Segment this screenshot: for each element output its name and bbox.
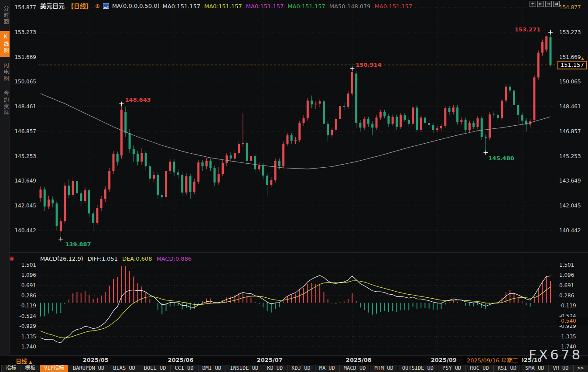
toolbar-button-ma_ud[interactable]: MA_UD	[315, 365, 339, 372]
toolbar-button-[interactable]: 指标	[1, 365, 21, 372]
month-label: 2025/05	[83, 357, 109, 363]
price-axis-label: 151.669	[10, 54, 38, 60]
price-axis-label: 142.045	[10, 203, 38, 209]
price-axis-label: 1.096	[559, 272, 587, 278]
price-axis-label: 0.286	[10, 293, 38, 299]
ma-value-label: MA0:151.157	[287, 3, 325, 10]
toolbar-button-kdj_ud[interactable]: KDJ_UD	[287, 365, 315, 372]
toolbar-button-barupdn_ud[interactable]: BARUPDN_UD	[68, 365, 109, 372]
chart-window: 分时图K线图闪电图合约资料 美元日元 【日线】 ⊕ MA(0,0,0,0,50,…	[0, 0, 588, 372]
ma-value-label: MA0:151.157	[163, 3, 201, 10]
toolbar-button-inside_ud[interactable]: INSIDE_UD	[226, 365, 263, 372]
time-axis: 日线 ▲ 2025/052025/062025/072025/082025/09…	[0, 356, 588, 365]
period-text: 日线	[16, 358, 27, 365]
scale-left-icon[interactable]: ⇤	[537, 1, 544, 7]
price-axis-label: 150.065	[559, 79, 587, 85]
toolbar-button-mtm_ud[interactable]: MTM_UD	[370, 365, 397, 372]
toolbar-button-bias_ud[interactable]: BIAS_UD	[109, 365, 140, 372]
price-axis-label: 142.045	[559, 203, 587, 209]
scale-right-icon[interactable]: ⇥	[545, 1, 552, 7]
price-axis-label: 148.461	[559, 103, 587, 110]
price-axis-label: 143.649	[559, 178, 587, 184]
toolbar-button-vr_ud[interactable]: VR_UD	[548, 365, 573, 372]
price-axis-label: 146.857	[559, 128, 587, 134]
indicator-toolbar: 指标模板VIP指标BARUPDN_UDBIAS_UDBOLL_UDCCI_UDD…	[0, 365, 588, 372]
ma-value-label: MA0:151.157	[246, 3, 284, 10]
price-up-arrow-icon: ▲	[581, 56, 584, 61]
price-annotation: 145.480	[489, 155, 514, 162]
pan-right-icon[interactable]: ⇉	[553, 1, 560, 7]
price-axis-label: 140.442	[559, 227, 587, 234]
macd-crosshair-badge: -0.540	[557, 317, 588, 325]
price-axis-label: 0.691	[10, 282, 38, 289]
chevron-up-icon: ▲	[29, 360, 32, 364]
add-compare-icon[interactable]: ⊕	[95, 3, 100, 9]
price-axis-label: 146.857	[10, 128, 38, 134]
price-axis-label: -0.119	[559, 303, 587, 309]
current-price-badge: 151.157	[557, 61, 587, 69]
toolbar-button-macd_ud[interactable]: MACD_UD	[339, 365, 370, 372]
price-axis-label: 153.273	[10, 29, 38, 35]
price-axis-label: 153.273	[559, 29, 587, 35]
price-axis-label: 140.442	[10, 227, 38, 234]
price-axis-label: 150.065	[10, 79, 38, 85]
toolbar-button-outside_ud[interactable]: OUTSIDE_UD	[398, 365, 438, 372]
price-annotation: 153.271	[515, 26, 540, 33]
price-axis-label: -1.335	[559, 334, 587, 340]
candlestick-chart[interactable]	[0, 0, 588, 372]
ma-value-label: MA0:151.157	[375, 3, 413, 10]
toolbar-button-rsi_ud[interactable]: RSI_UD	[493, 365, 521, 372]
ma-value-label: MA50:148.079	[329, 3, 371, 10]
macd-diff-value: DIFF:1.051	[88, 255, 118, 262]
sidebar-item[interactable]: 分时图	[0, 3, 10, 28]
toolbar-button-dmi_ud[interactable]: DMI_UD	[198, 365, 226, 372]
left-sidebar: 分时图K线图闪电图合约资料	[0, 0, 10, 356]
sidebar-item[interactable]: 合约资料	[0, 88, 10, 119]
price-axis-label: -1.335	[10, 334, 38, 340]
price-axis-label: 0.286	[559, 293, 587, 299]
price-axis-label: 154.877	[10, 4, 38, 10]
toolbar-button-cci_ud[interactable]: CCI_UD	[170, 365, 198, 372]
macd-dea-value: DEA:0.608	[122, 255, 152, 262]
indicator-chart-icon[interactable]	[103, 3, 109, 9]
toolbar-button-vip[interactable]: VIP指标	[40, 365, 68, 372]
price-axis-label: 0.691	[559, 282, 587, 289]
sidebar-item[interactable]: K线图	[0, 31, 10, 57]
period-selector[interactable]: 日线 ▲	[16, 357, 32, 365]
price-axis-label: 1.501	[10, 262, 38, 268]
symbol-title: 美元日元	[40, 1, 65, 10]
ma-values: MA0:151.157MA0:151.157MA0:151.157MA0:151…	[163, 2, 416, 10]
price-axis-label: 154.877	[559, 4, 587, 10]
price-axis-label: 143.649	[10, 178, 38, 184]
toolbar-button-kd_ud[interactable]: KD_UD	[263, 365, 287, 372]
price-annotation: 139.887	[65, 241, 91, 248]
chart-header: 美元日元 【日线】 ⊕ MA(0,0,0,0,50,0) MA0:151.157…	[40, 1, 416, 10]
macd-formula[interactable]: MACD(26,12,9)	[40, 255, 83, 262]
ma-settings-label[interactable]: MA(0,0,0,0,50,0)	[112, 3, 160, 9]
price-annotation: 148.643	[125, 96, 151, 103]
toolbar-button-psy_ud[interactable]: PSY_UD	[438, 365, 465, 372]
crosshair-icon[interactable]: +	[530, 1, 536, 7]
toolbar-button-[interactable]: 模板	[21, 365, 40, 372]
macd-settings-icon[interactable]: ◉	[9, 255, 14, 262]
price-annotation: 150.914	[356, 62, 381, 68]
price-axis-label: -0.524	[10, 313, 38, 319]
price-axis-label: 145.253	[10, 153, 38, 159]
month-label: 2025/08	[346, 357, 372, 363]
period-tag[interactable]: 【日线】	[68, 1, 92, 10]
date-tooltip: 2025/09/16 星期二	[463, 356, 522, 365]
sidebar-item[interactable]: 闪电图	[0, 60, 10, 85]
toolbar-button-sma_ud[interactable]: SMA_UD	[521, 365, 548, 372]
month-label: 2025/06	[168, 357, 194, 363]
macd-hist-value: MACD:0.886	[157, 255, 192, 262]
month-label: 2025/09	[431, 357, 457, 363]
toolbar-button-roc_ud[interactable]: ROC_UD	[465, 365, 493, 372]
toolbar-button-boll_ud[interactable]: BOLL_UD	[140, 365, 171, 372]
fx678-watermark: FX678	[529, 347, 582, 362]
price-axis-label: 1.096	[10, 272, 38, 278]
pane-divider[interactable]	[10, 252, 588, 253]
price-axis-label: 145.253	[559, 153, 587, 159]
toolbar-button-[interactable]: >>	[573, 365, 588, 372]
price-axis-label: 1.501	[559, 262, 587, 268]
month-label: 2025/07	[257, 357, 283, 363]
